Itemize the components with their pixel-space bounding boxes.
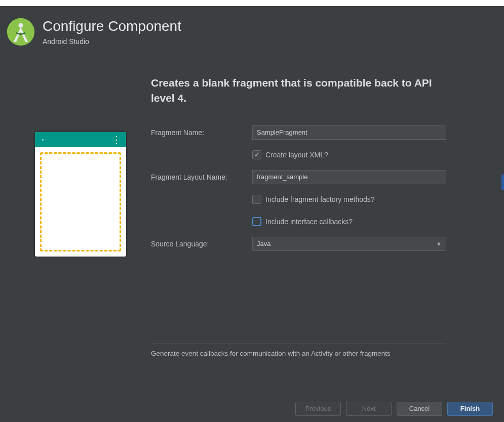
layout-name-input[interactable] <box>252 170 446 184</box>
dialog-title: Configure Component <box>43 18 181 34</box>
previous-button[interactable]: Previous <box>295 402 341 416</box>
cancel-button[interactable]: Cancel <box>397 402 442 416</box>
create-layout-label: Create layout XML? <box>265 151 328 159</box>
dialog-footer: Previous Next Cancel Finish <box>0 395 504 422</box>
factory-methods-label: Include fragment factory methods? <box>265 195 375 203</box>
android-studio-logo-icon <box>6 17 35 47</box>
fragment-name-input[interactable] <box>252 125 446 140</box>
interface-callbacks-label: Include interface callbacks? <box>265 218 353 226</box>
svg-point-1 <box>18 23 23 28</box>
chevron-down-icon: ▼ <box>436 241 442 247</box>
dialog-header: Configure Component Android Studio <box>0 6 504 61</box>
section-heading: Creates a blank fragment that is compati… <box>151 75 446 106</box>
layout-name-label: Fragment Layout Name: <box>151 173 252 181</box>
fragment-placeholder-icon <box>40 152 121 251</box>
source-language-label: Source Language: <box>151 240 252 248</box>
create-layout-checkbox[interactable] <box>252 150 261 159</box>
fragment-name-label: Fragment Name: <box>151 129 252 137</box>
source-language-value: Java <box>257 240 270 247</box>
overflow-icon: ⋮ <box>112 135 121 144</box>
finish-button[interactable]: Finish <box>447 402 493 416</box>
window-chrome-strip <box>0 0 504 6</box>
dialog-subtitle: Android Studio <box>43 37 181 46</box>
factory-methods-checkbox[interactable] <box>252 195 261 204</box>
interface-callbacks-checkbox[interactable] <box>252 217 261 226</box>
source-language-select[interactable]: Java ▼ <box>252 237 446 251</box>
hint-text: Generate event callbacks for communicati… <box>151 350 446 357</box>
back-arrow-icon: ← <box>40 135 49 144</box>
right-window-accent <box>501 175 504 190</box>
next-button[interactable]: Next <box>346 402 392 416</box>
fragment-preview: ← ⋮ <box>35 132 126 257</box>
preview-appbar: ← ⋮ <box>35 132 126 147</box>
